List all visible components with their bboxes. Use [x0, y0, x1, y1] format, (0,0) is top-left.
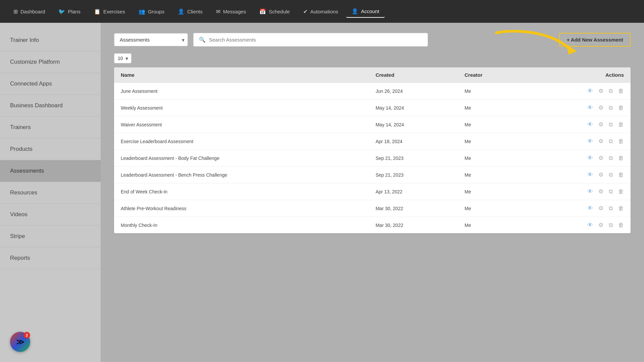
chat-icon: ≫ [16, 337, 24, 347]
cell-actions: 👁 ⚙ ⧉ 🗑 [524, 116, 631, 133]
nav-plans[interactable]: 🐦 Plans [53, 6, 86, 17]
table-row: Weekly Assessment May 14, 2024 Me 👁 ⚙ ⧉ … [114, 100, 631, 116]
schedule-icon: 📅 [259, 8, 266, 15]
add-new-assessment-button[interactable]: + Add New Assessment [559, 33, 631, 47]
copy-icon[interactable]: ⧉ [609, 205, 613, 212]
cell-created: Sep 21, 2023 [369, 150, 458, 167]
view-icon[interactable]: 👁 [587, 155, 593, 162]
cell-actions: 👁 ⚙ ⧉ 🗑 [524, 183, 631, 200]
cell-created: Sep 21, 2023 [369, 167, 458, 183]
settings-icon[interactable]: ⚙ [598, 188, 603, 195]
settings-icon[interactable]: ⚙ [598, 155, 603, 162]
view-icon[interactable]: 👁 [587, 205, 593, 212]
delete-icon[interactable]: 🗑 [618, 121, 624, 128]
sidebar-item-resources[interactable]: Resources [0, 182, 101, 204]
col-created: Created [369, 67, 458, 83]
search-icon: 🔍 [199, 37, 206, 43]
cell-actions: 👁 ⚙ ⧉ 🗑 [524, 83, 631, 100]
sidebar-item-trainers[interactable]: Trainers [0, 117, 101, 138]
sidebar-item-stripe[interactable]: Stripe [0, 226, 101, 247]
nav-messages[interactable]: ✉ Messages [211, 6, 251, 17]
table-row: Waiver Assessment May 14, 2024 Me 👁 ⚙ ⧉ … [114, 116, 631, 133]
settings-icon[interactable]: ⚙ [598, 121, 603, 128]
delete-icon[interactable]: 🗑 [618, 172, 624, 178]
search-input[interactable] [209, 37, 422, 43]
cell-name: End of Week Check-in [114, 183, 369, 200]
copy-icon[interactable]: ⧉ [609, 155, 613, 162]
sidebar-item-assessments[interactable]: Assessments [0, 160, 101, 182]
copy-icon[interactable]: ⧉ [609, 121, 613, 128]
table-row: Athlete Pre-Workout Readiness Mar 30, 20… [114, 200, 631, 217]
view-icon[interactable]: 👁 [587, 222, 593, 229]
cell-name: Athlete Pre-Workout Readiness [114, 200, 369, 217]
table-header: Name Created Creator Actions [114, 67, 631, 83]
chat-bubble[interactable]: ≫ 2 [10, 332, 30, 352]
delete-icon[interactable]: 🗑 [618, 88, 624, 95]
delete-icon[interactable]: 🗑 [618, 105, 624, 111]
delete-icon[interactable]: 🗑 [618, 205, 624, 212]
delete-icon[interactable]: 🗑 [618, 188, 624, 195]
sidebar-item-customize-platform[interactable]: Customize Platform [0, 51, 101, 73]
cell-creator: Me [458, 200, 524, 217]
per-page-row: 10 25 50 [114, 53, 631, 63]
table-row: Leaderboard Assessment - Bench Press Cha… [114, 167, 631, 183]
copy-icon[interactable]: ⧉ [609, 105, 613, 111]
nav-account[interactable]: 👤 Account [346, 5, 384, 18]
automations-icon: ✔ [303, 8, 308, 15]
nav-dashboard[interactable]: ⊞ Dashboard [8, 6, 50, 17]
settings-icon[interactable]: ⚙ [598, 138, 603, 145]
delete-icon[interactable]: 🗑 [618, 222, 624, 229]
sidebar-item-products[interactable]: Products [0, 138, 101, 160]
top-navigation: ⊞ Dashboard 🐦 Plans 📋 Exercises 👥 Groups… [0, 0, 644, 23]
nav-automations[interactable]: ✔ Automations [298, 6, 343, 17]
nav-schedule[interactable]: 📅 Schedule [254, 6, 295, 17]
main-container: Trainer Info Customize Platform Connecte… [0, 23, 644, 362]
copy-icon[interactable]: ⧉ [609, 188, 613, 195]
per-page-select[interactable]: 10 25 50 [114, 53, 131, 63]
copy-icon[interactable]: ⧉ [609, 222, 613, 229]
col-actions: Actions [524, 67, 631, 83]
col-creator: Creator [458, 67, 524, 83]
table-row: June Assessment Jun 26, 2024 Me 👁 ⚙ ⧉ 🗑 [114, 83, 631, 100]
assessments-dropdown[interactable]: Assessments [114, 33, 188, 46]
nav-clients[interactable]: 👤 Clients [172, 6, 208, 17]
view-icon[interactable]: 👁 [587, 172, 593, 178]
cell-created: May 14, 2024 [369, 116, 458, 133]
delete-icon[interactable]: 🗑 [618, 138, 624, 145]
cell-creator: Me [458, 167, 524, 183]
nav-groups[interactable]: 👥 Groups [133, 6, 170, 17]
assessments-dropdown-wrapper: Assessments [114, 33, 188, 46]
settings-icon[interactable]: ⚙ [598, 104, 603, 111]
sidebar-item-business-dashboard[interactable]: Business Dashboard [0, 95, 101, 117]
cell-actions: 👁 ⚙ ⧉ 🗑 [524, 100, 631, 116]
settings-icon[interactable]: ⚙ [598, 222, 603, 229]
view-icon[interactable]: 👁 [587, 138, 593, 145]
exercises-icon: 📋 [94, 8, 101, 15]
cell-actions: 👁 ⚙ ⧉ 🗑 [524, 167, 631, 183]
cell-name: June Assessment [114, 83, 369, 100]
sidebar-item-connected-apps[interactable]: Connected Apps [0, 73, 101, 95]
sidebar-item-trainer-info[interactable]: Trainer Info [0, 29, 101, 51]
view-icon[interactable]: 👁 [587, 88, 593, 95]
cell-name: Leaderboard Assessment - Body Fat Challe… [114, 150, 369, 167]
cell-actions: 👁 ⚙ ⧉ 🗑 [524, 200, 631, 217]
copy-icon[interactable]: ⧉ [609, 88, 613, 95]
nav-exercises[interactable]: 📋 Exercises [89, 6, 130, 17]
sidebar-item-videos[interactable]: Videos [0, 204, 101, 226]
cell-actions: 👁 ⚙ ⧉ 🗑 [524, 133, 631, 150]
settings-icon[interactable]: ⚙ [598, 87, 603, 95]
delete-icon[interactable]: 🗑 [618, 155, 624, 162]
cell-name: Leaderboard Assessment - Bench Press Cha… [114, 167, 369, 183]
settings-icon[interactable]: ⚙ [598, 171, 603, 178]
sidebar-item-reports[interactable]: Reports [0, 247, 101, 269]
settings-icon[interactable]: ⚙ [598, 205, 603, 212]
cell-name: Exercise Leaderboard Assessment [114, 133, 369, 150]
cell-actions: 👁 ⚙ ⧉ 🗑 [524, 217, 631, 234]
groups-icon: 👥 [139, 8, 145, 15]
view-icon[interactable]: 👁 [587, 121, 593, 128]
view-icon[interactable]: 👁 [587, 188, 593, 195]
view-icon[interactable]: 👁 [587, 105, 593, 111]
cell-created: May 14, 2024 [369, 100, 458, 116]
copy-icon[interactable]: ⧉ [609, 138, 613, 145]
copy-icon[interactable]: ⧉ [609, 172, 613, 178]
